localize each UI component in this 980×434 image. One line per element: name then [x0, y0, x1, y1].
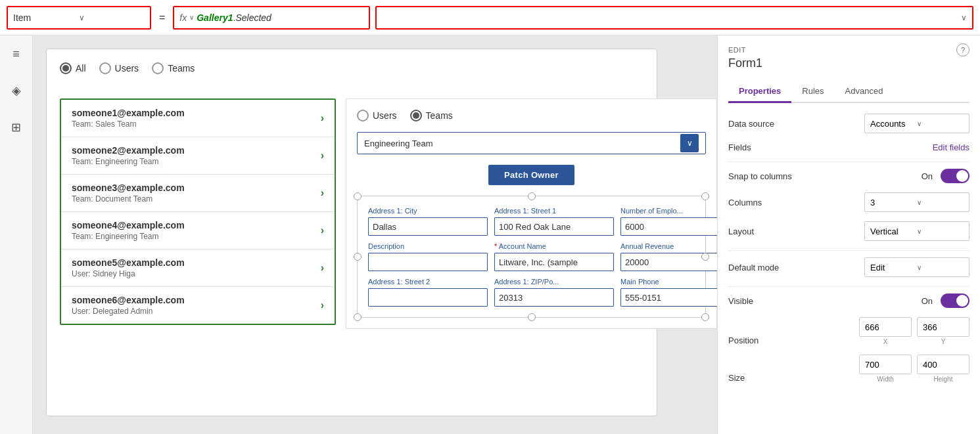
formula-expand-chevron: ∨	[961, 13, 967, 22]
prop-row-layout: Layout Vertical ∨	[728, 221, 969, 241]
prop-row-position: Position X Y	[728, 317, 969, 345]
snap-toggle[interactable]	[941, 169, 969, 183]
layout-dropdown[interactable]: Vertical ∨	[864, 221, 969, 241]
item-dropdown[interactable]: Item ∨	[7, 6, 151, 30]
columns-dropdown[interactable]: 3 ∨	[864, 192, 969, 212]
prop-row-fields: Fields Edit fields	[728, 142, 969, 152]
team-dropdown-chevron: ∨	[680, 134, 699, 152]
prop-row-columns: Columns 3 ∨	[728, 192, 969, 212]
field-address-street2: Address 1: Street 2	[368, 278, 488, 307]
top-bar: Item ∨ = fx ∨ Gallery1.Selected ∨	[0, 0, 980, 35]
team-dropdown-value: Engineering Team	[364, 139, 680, 148]
tab-rules[interactable]: Rules	[791, 81, 834, 103]
fx-label: fx	[179, 12, 187, 23]
list-item-chevron: ›	[321, 112, 324, 124]
tab-advanced[interactable]: Advanced	[835, 81, 894, 103]
list-panel: someone1@example.com Team: Sales Team › …	[60, 98, 336, 325]
item-label: Item	[13, 12, 79, 23]
radio-all[interactable]: All	[60, 62, 86, 74]
inner-radio-row: Users Teams	[357, 110, 706, 121]
field-account-name: * Account Name	[494, 242, 614, 271]
item-dropdown-chevron: ∨	[79, 13, 145, 22]
layers-icon[interactable]: ◈	[5, 79, 28, 102]
field-address-street1: Address 1: Street 1	[494, 207, 614, 236]
list-item[interactable]: someone1@example.com Team: Sales Team ›	[61, 100, 335, 137]
formula-selected: Selected	[235, 12, 271, 23]
position-x-input[interactable]	[859, 317, 912, 337]
list-item[interactable]: someone6@example.com User: Delegated Adm…	[61, 287, 335, 324]
menu-icon[interactable]: ≡	[5, 42, 28, 66]
prop-row-snap: Snap to columns On	[728, 169, 969, 183]
panel-title: Form1	[728, 56, 762, 70]
tab-properties[interactable]: Properties	[728, 81, 791, 103]
visible-toggle[interactable]	[941, 293, 969, 308]
edit-label: EDIT	[728, 46, 762, 54]
field-main-phone: Main Phone	[620, 278, 717, 307]
help-icon[interactable]: ?	[956, 43, 969, 56]
resize-handle-br[interactable]	[701, 313, 709, 321]
formula-gallery: Gallery1	[197, 12, 233, 23]
prop-row-defaultmode: Default mode Edit ∨	[728, 257, 969, 277]
list-item[interactable]: someone2@example.com Team: Engineering T…	[61, 137, 335, 175]
field-address-city: Address 1: City	[368, 207, 488, 236]
list-item[interactable]: someone5@example.com User: Sidney Higa ›	[61, 250, 335, 287]
left-sidebar: ≡ ◈ ⊞	[0, 35, 33, 434]
input-address-street1[interactable]	[494, 217, 614, 236]
formula-display: Gallery1.Selected	[197, 12, 271, 23]
canvas-content: All Users Teams someone1@example.com Tea…	[46, 49, 657, 416]
resize-handle-mr[interactable]	[701, 253, 709, 261]
input-address-street2[interactable]	[368, 288, 488, 307]
radio-teams[interactable]: Teams	[152, 62, 195, 74]
fx-chevron: ∨	[189, 14, 194, 21]
input-address-city[interactable]	[368, 217, 488, 236]
list-item[interactable]: someone3@example.com Team: Document Team…	[61, 175, 335, 212]
prop-row-visible: Visible On	[728, 293, 969, 308]
grid-icon[interactable]: ⊞	[5, 116, 28, 139]
panel-tabs: Properties Rules Advanced	[728, 81, 969, 103]
field-description: Description	[368, 242, 488, 271]
equals-sign: =	[156, 12, 168, 24]
prop-row-datasource: Data source Accounts ∨	[728, 114, 969, 133]
defaultmode-dropdown[interactable]: Edit ∨	[864, 257, 969, 277]
input-number-employees[interactable]	[620, 217, 717, 236]
radio-row: All Users Teams	[60, 62, 643, 74]
position-y-input[interactable]	[917, 317, 969, 337]
resize-handle-ml[interactable]	[354, 253, 362, 261]
right-panel: EDIT Form1 ? Properties Rules Advanced D…	[717, 35, 980, 434]
main-layout: ≡ ◈ ⊞ All Users Teams	[0, 35, 980, 434]
datasource-dropdown[interactable]: Accounts ∨	[864, 114, 969, 133]
form-panel: Users Teams Engineering Team ∨ Patch Own…	[346, 98, 717, 329]
size-height-input[interactable]	[917, 355, 969, 374]
input-address-zip[interactable]	[494, 288, 614, 307]
fields-grid: Address 1: City Address 1: Street 1 Numb…	[357, 196, 706, 318]
resize-handle-tm[interactable]	[528, 192, 536, 200]
canvas-area: All Users Teams someone1@example.com Tea…	[33, 35, 717, 434]
field-address-zip: Address 1: ZIP/Po...	[494, 278, 614, 307]
resize-handle-tl[interactable]	[354, 192, 362, 200]
size-width-input[interactable]	[859, 355, 912, 374]
fx-bar[interactable]: fx ∨ Gallery1.Selected	[173, 6, 370, 30]
resize-handle-tr[interactable]	[701, 192, 709, 200]
prop-row-size: Size Width Height	[728, 355, 969, 383]
input-main-phone[interactable]	[620, 288, 717, 307]
list-item-chevron: ›	[321, 150, 324, 162]
resize-handle-bl[interactable]	[354, 313, 362, 321]
inner-radio-users[interactable]: Users	[357, 110, 397, 121]
edit-fields-link[interactable]: Edit fields	[933, 142, 969, 152]
input-description[interactable]	[368, 253, 488, 271]
team-dropdown[interactable]: Engineering Team ∨	[357, 132, 706, 154]
input-account-name[interactable]	[494, 253, 614, 271]
list-item-chevron: ›	[321, 187, 324, 199]
list-item-chevron: ›	[321, 299, 324, 311]
patch-owner-button[interactable]: Patch Owner	[488, 165, 574, 185]
inner-radio-teams[interactable]: Teams	[410, 110, 453, 121]
list-item-chevron: ›	[321, 262, 324, 274]
resize-handle-bm[interactable]	[528, 313, 536, 321]
list-item-chevron: ›	[321, 225, 324, 236]
field-number-employees: Number of Emplo...	[620, 207, 717, 236]
list-item[interactable]: someone4@example.com Team: Engineering T…	[61, 212, 335, 250]
radio-users[interactable]: Users	[99, 62, 139, 74]
